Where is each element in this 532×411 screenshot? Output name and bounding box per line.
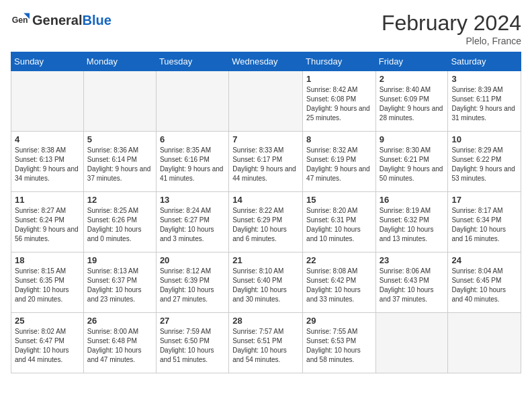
day-number: 2	[380, 74, 445, 84]
weekday-header-sunday: Sunday	[11, 52, 84, 71]
day-info: Sunrise: 8:10 AM Sunset: 6:40 PM Dayligh…	[232, 267, 299, 304]
calendar-cell: 17Sunrise: 8:17 AM Sunset: 6:34 PM Dayli…	[448, 192, 521, 253]
calendar-cell: 9Sunrise: 8:30 AM Sunset: 6:21 PM Daylig…	[375, 132, 448, 192]
calendar-week-row: 1Sunrise: 8:42 AM Sunset: 6:08 PM Daylig…	[11, 71, 521, 132]
day-info: Sunrise: 8:22 AM Sunset: 6:29 PM Dayligh…	[232, 206, 299, 244]
calendar-cell: 5Sunrise: 8:36 AM Sunset: 6:14 PM Daylig…	[83, 132, 156, 192]
calendar-table: SundayMondayTuesdayWednesdayThursdayFrid…	[11, 52, 521, 373]
calendar-cell: 3Sunrise: 8:39 AM Sunset: 6:11 PM Daylig…	[448, 71, 521, 132]
weekday-header-tuesday: Tuesday	[156, 52, 228, 71]
calendar-cell: 1Sunrise: 8:42 AM Sunset: 6:08 PM Daylig…	[303, 71, 376, 132]
day-info: Sunrise: 8:25 AM Sunset: 6:26 PM Dayligh…	[87, 206, 152, 244]
calendar-title: February 2024	[382, 11, 521, 36]
day-number: 15	[306, 195, 372, 205]
day-info: Sunrise: 8:24 AM Sunset: 6:27 PM Dayligh…	[160, 206, 225, 244]
day-info: Sunrise: 8:02 AM Sunset: 6:47 PM Dayligh…	[15, 327, 80, 365]
day-number: 16	[380, 195, 445, 205]
calendar-cell: 16Sunrise: 8:19 AM Sunset: 6:32 PM Dayli…	[375, 192, 448, 253]
day-number: 25	[15, 316, 80, 326]
weekday-header-row: SundayMondayTuesdayWednesdayThursdayFrid…	[11, 52, 521, 71]
day-info: Sunrise: 8:42 AM Sunset: 6:08 PM Dayligh…	[306, 85, 372, 123]
weekday-header-friday: Friday	[375, 52, 448, 71]
day-number: 18	[15, 255, 80, 265]
day-number: 6	[160, 134, 225, 144]
calendar-cell: 21Sunrise: 8:10 AM Sunset: 6:40 PM Dayli…	[229, 253, 303, 313]
calendar-cell: 20Sunrise: 8:12 AM Sunset: 6:39 PM Dayli…	[156, 253, 228, 313]
calendar-cell: 24Sunrise: 8:04 AM Sunset: 6:45 PM Dayli…	[448, 253, 521, 313]
calendar-week-row: 18Sunrise: 8:15 AM Sunset: 6:35 PM Dayli…	[11, 253, 521, 313]
logo-blue: Blue	[82, 13, 111, 28]
day-info: Sunrise: 8:35 AM Sunset: 6:16 PM Dayligh…	[160, 146, 225, 183]
calendar-week-row: 11Sunrise: 8:27 AM Sunset: 6:24 PM Dayli…	[11, 192, 521, 253]
day-info: Sunrise: 7:59 AM Sunset: 6:50 PM Dayligh…	[160, 327, 225, 365]
day-number: 26	[87, 316, 152, 326]
day-info: Sunrise: 8:15 AM Sunset: 6:35 PM Dayligh…	[15, 267, 80, 304]
calendar-cell: 19Sunrise: 8:13 AM Sunset: 6:37 PM Dayli…	[83, 253, 156, 313]
weekday-header-wednesday: Wednesday	[229, 52, 303, 71]
calendar-cell: 28Sunrise: 7:57 AM Sunset: 6:51 PM Dayli…	[229, 313, 303, 373]
calendar-cell: 2Sunrise: 8:40 AM Sunset: 6:09 PM Daylig…	[375, 71, 448, 132]
day-info: Sunrise: 8:00 AM Sunset: 6:48 PM Dayligh…	[87, 327, 152, 365]
day-info: Sunrise: 7:57 AM Sunset: 6:51 PM Dayligh…	[232, 327, 299, 365]
logo: Gen GeneralBlue	[11, 11, 112, 30]
day-number: 1	[306, 74, 372, 84]
calendar-cell: 26Sunrise: 8:00 AM Sunset: 6:48 PM Dayli…	[83, 313, 156, 373]
day-number: 21	[232, 255, 299, 265]
day-number: 11	[15, 195, 80, 205]
day-number: 9	[380, 134, 445, 144]
calendar-cell: 22Sunrise: 8:08 AM Sunset: 6:42 PM Dayli…	[303, 253, 376, 313]
calendar-cell: 18Sunrise: 8:15 AM Sunset: 6:35 PM Dayli…	[11, 253, 84, 313]
day-number: 27	[160, 316, 225, 326]
day-info: Sunrise: 8:39 AM Sunset: 6:11 PM Dayligh…	[451, 85, 517, 123]
logo-general: General	[32, 13, 82, 28]
day-number: 8	[306, 134, 372, 144]
day-info: Sunrise: 8:13 AM Sunset: 6:37 PM Dayligh…	[87, 267, 152, 304]
calendar-cell: 14Sunrise: 8:22 AM Sunset: 6:29 PM Dayli…	[229, 192, 303, 253]
calendar-cell	[229, 71, 303, 132]
day-info: Sunrise: 8:38 AM Sunset: 6:13 PM Dayligh…	[15, 146, 80, 183]
calendar-cell: 11Sunrise: 8:27 AM Sunset: 6:24 PM Dayli…	[11, 192, 84, 253]
svg-text:Gen: Gen	[12, 15, 28, 25]
day-number: 5	[87, 134, 152, 144]
day-info: Sunrise: 8:32 AM Sunset: 6:19 PM Dayligh…	[306, 146, 372, 183]
day-info: Sunrise: 8:33 AM Sunset: 6:17 PM Dayligh…	[232, 146, 299, 183]
day-number: 24	[451, 255, 517, 265]
day-number: 13	[160, 195, 225, 205]
calendar-cell: 6Sunrise: 8:35 AM Sunset: 6:16 PM Daylig…	[156, 132, 228, 192]
calendar-week-row: 4Sunrise: 8:38 AM Sunset: 6:13 PM Daylig…	[11, 132, 521, 192]
calendar-cell: 13Sunrise: 8:24 AM Sunset: 6:27 PM Dayli…	[156, 192, 228, 253]
calendar-subtitle: Plelo, France	[382, 36, 521, 46]
day-number: 14	[232, 195, 299, 205]
day-number: 10	[451, 134, 517, 144]
day-number: 3	[451, 74, 517, 84]
day-number: 4	[15, 134, 80, 144]
day-info: Sunrise: 8:27 AM Sunset: 6:24 PM Dayligh…	[15, 206, 80, 244]
page-header: Gen GeneralBlue February 2024 Plelo, Fra…	[11, 11, 521, 46]
calendar-week-row: 25Sunrise: 8:02 AM Sunset: 6:47 PM Dayli…	[11, 313, 521, 373]
weekday-header-saturday: Saturday	[448, 52, 521, 71]
day-info: Sunrise: 8:20 AM Sunset: 6:31 PM Dayligh…	[306, 206, 372, 244]
day-info: Sunrise: 8:12 AM Sunset: 6:39 PM Dayligh…	[160, 267, 225, 304]
logo-icon: Gen	[11, 11, 30, 30]
calendar-cell: 7Sunrise: 8:33 AM Sunset: 6:17 PM Daylig…	[229, 132, 303, 192]
day-number: 28	[232, 316, 299, 326]
calendar-cell: 27Sunrise: 7:59 AM Sunset: 6:50 PM Dayli…	[156, 313, 228, 373]
calendar-cell	[375, 313, 448, 373]
day-info: Sunrise: 7:55 AM Sunset: 6:53 PM Dayligh…	[306, 327, 372, 365]
day-number: 12	[87, 195, 152, 205]
day-number: 23	[380, 255, 445, 265]
calendar-cell: 29Sunrise: 7:55 AM Sunset: 6:53 PM Dayli…	[303, 313, 376, 373]
day-number: 29	[306, 316, 372, 326]
calendar-cell: 10Sunrise: 8:29 AM Sunset: 6:22 PM Dayli…	[448, 132, 521, 192]
calendar-cell: 25Sunrise: 8:02 AM Sunset: 6:47 PM Dayli…	[11, 313, 84, 373]
day-info: Sunrise: 8:17 AM Sunset: 6:34 PM Dayligh…	[451, 206, 517, 244]
day-info: Sunrise: 8:29 AM Sunset: 6:22 PM Dayligh…	[451, 146, 517, 183]
day-info: Sunrise: 8:30 AM Sunset: 6:21 PM Dayligh…	[380, 146, 445, 183]
day-number: 17	[451, 195, 517, 205]
weekday-header-monday: Monday	[83, 52, 156, 71]
day-info: Sunrise: 8:40 AM Sunset: 6:09 PM Dayligh…	[380, 85, 445, 123]
calendar-cell	[83, 71, 156, 132]
day-number: 19	[87, 255, 152, 265]
day-info: Sunrise: 8:36 AM Sunset: 6:14 PM Dayligh…	[87, 146, 152, 183]
calendar-cell: 4Sunrise: 8:38 AM Sunset: 6:13 PM Daylig…	[11, 132, 84, 192]
